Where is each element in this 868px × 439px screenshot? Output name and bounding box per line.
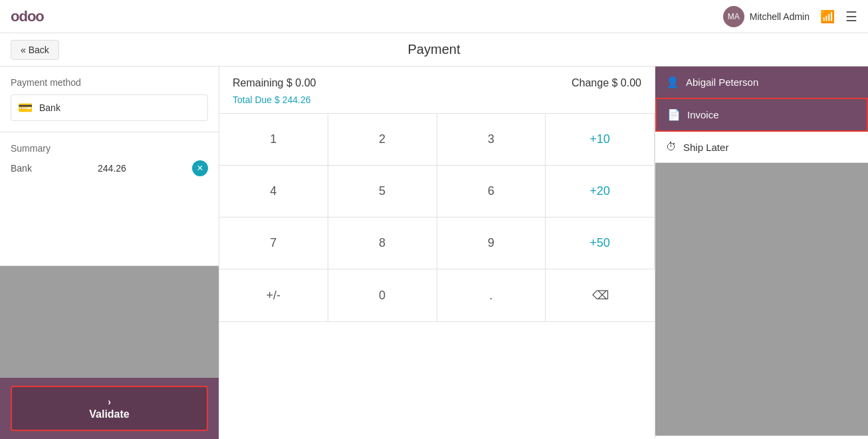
navbar: odoo MA Mitchell Admin 📶 ☰ — [0, 0, 868, 33]
summary-bank-label: Bank — [11, 163, 32, 174]
change-label: Change — [572, 77, 609, 88]
numpad-key-9[interactable]: 9 — [437, 218, 546, 269]
numpad: 123+10456+20789+50+/-0.⌫ — [219, 114, 655, 322]
numpad-key-8[interactable]: 8 — [328, 218, 437, 269]
right-gray-area — [655, 163, 868, 436]
numpad-key-1[interactable]: 1 — [219, 114, 328, 166]
numpad-key-3[interactable]: 3 — [437, 114, 546, 166]
numpad-key--10[interactable]: +10 — [546, 114, 655, 166]
remove-payment-button[interactable]: × — [192, 160, 208, 176]
bank-label: Bank — [39, 102, 60, 113]
back-button[interactable]: « Back — [11, 40, 59, 60]
summary-title: Summary — [11, 143, 208, 154]
summary-section: Summary Bank 244.26 × — [0, 132, 219, 266]
page-title: Payment — [408, 42, 461, 57]
avatar: MA — [723, 6, 744, 27]
numpad-key-0[interactable]: 0 — [328, 269, 437, 322]
user-name: Mitchell Admin — [750, 11, 810, 22]
numpad-key----[interactable]: +/- — [219, 269, 328, 322]
customer-name: Abigail Peterson — [686, 76, 758, 88]
ship-later-icon: ⏱ — [666, 141, 677, 153]
left-gray-area — [0, 266, 219, 378]
ship-later-row[interactable]: ⏱ Ship Later — [655, 132, 868, 163]
change-display: Change $ 0.00 — [572, 77, 641, 89]
customer-row: 👤 Abigail Peterson — [655, 67, 868, 98]
navbar-right: MA Mitchell Admin 📶 ☰ — [723, 6, 857, 27]
user-info: MA Mitchell Admin — [723, 6, 810, 27]
change-value: $ 0.00 — [612, 77, 641, 88]
customer-icon: 👤 — [666, 76, 679, 88]
validate-button[interactable]: › Validate — [11, 386, 208, 431]
validate-arrow: › — [108, 396, 111, 407]
numpad-key-7[interactable]: 7 — [219, 218, 328, 269]
numpad-key-5[interactable]: 5 — [328, 166, 437, 218]
payment-method-section: Payment method 💳 Bank — [0, 67, 219, 132]
payment-method-title: Payment method — [11, 77, 208, 88]
numpad-key--[interactable]: . — [437, 269, 546, 322]
total-due-display: Total Due $ 244.26 — [219, 94, 655, 114]
numpad-key--20[interactable]: +20 — [546, 166, 655, 218]
numpad-key-4[interactable]: 4 — [219, 166, 328, 218]
main-layout: Payment method 💳 Bank Summary Bank 244.2… — [0, 67, 868, 439]
remaining-label: Remaining — [233, 77, 283, 88]
bank-row[interactable]: 💳 Bank — [11, 94, 208, 121]
remaining-display: Remaining $ 0.00 — [233, 77, 316, 89]
menu-icon[interactable]: ☰ — [845, 9, 857, 25]
total-due-label: Total Due — [233, 94, 272, 105]
amounts-row: Remaining $ 0.00 Change $ 0.00 — [219, 67, 655, 94]
wifi-icon: 📶 — [820, 9, 835, 24]
numpad-key-6[interactable]: 6 — [437, 166, 546, 218]
center-panel: Remaining $ 0.00 Change $ 0.00 Total Due… — [219, 67, 655, 439]
validate-label: Validate — [89, 408, 129, 420]
invoice-row[interactable]: 📄 Invoice — [655, 98, 868, 132]
numpad-key--50[interactable]: +50 — [546, 218, 655, 269]
navbar-left: odoo — [11, 8, 44, 25]
numpad-key--[interactable]: ⌫ — [546, 269, 655, 322]
numpad-key-2[interactable]: 2 — [328, 114, 437, 166]
left-panel: Payment method 💳 Bank Summary Bank 244.2… — [0, 67, 219, 439]
invoice-icon: 📄 — [667, 108, 681, 121]
odoo-logo: odoo — [11, 8, 44, 25]
summary-bank-amount: 244.26 — [98, 163, 126, 174]
validate-section: › Validate — [0, 378, 219, 439]
total-due-value: $ 244.26 — [274, 94, 311, 105]
ship-later-label: Ship Later — [683, 142, 728, 153]
subheader: « Back Payment — [0, 33, 868, 67]
remaining-value: $ 0.00 — [286, 77, 316, 88]
invoice-label: Invoice — [687, 109, 719, 120]
bank-icon: 💳 — [18, 100, 33, 115]
right-panel: 👤 Abigail Peterson 📄 Invoice ⏱ Ship Late… — [655, 67, 868, 439]
summary-row: Bank 244.26 × — [11, 160, 208, 176]
